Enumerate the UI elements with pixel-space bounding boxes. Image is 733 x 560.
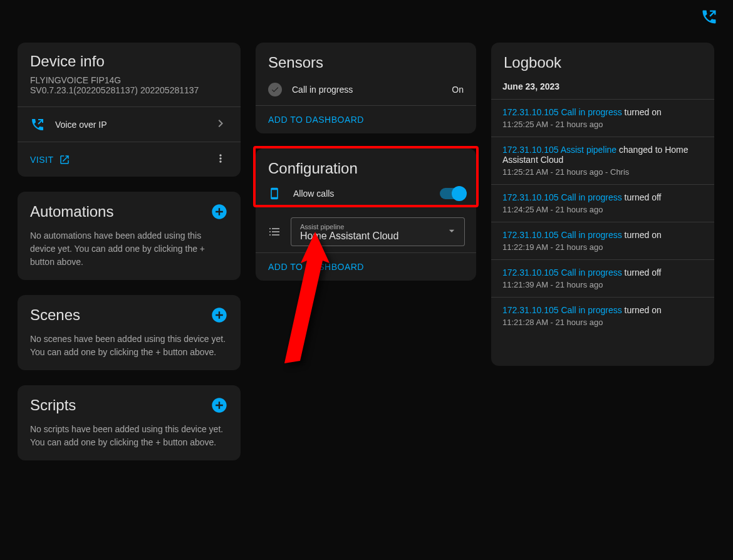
visit-button[interactable]: VISIT (30, 149, 70, 170)
plus-circle-icon (211, 306, 228, 324)
logbook-item[interactable]: 172.31.10.105 Call in progress turned on… (491, 222, 714, 259)
dots-vertical-icon (214, 152, 227, 165)
logbook-item[interactable]: 172.31.10.105 Call in progress turned of… (491, 184, 714, 222)
scripts-empty: No scripts have been added using this de… (18, 417, 241, 460)
logbook-item-sub: 11:24:25 AM - 21 hours ago (502, 205, 703, 214)
logbook-item-sub: 11:25:25 AM - 21 hours ago (502, 120, 703, 129)
select-value: Home Assistant Cloud (300, 231, 442, 242)
device-info-title: Device info (30, 53, 228, 70)
add-automation-button[interactable] (211, 203, 228, 220)
add-sensor-to-dashboard[interactable]: ADD TO DASHBOARD (256, 105, 476, 133)
more-button[interactable] (209, 147, 232, 172)
device-info-card: Device info FLYINGVOICE FIP14G SV0.7.23.… (18, 43, 241, 177)
logbook-scroll[interactable]: June 23, 2023 172.31.10.105 Call in prog… (491, 76, 714, 356)
sensors-title: Sensors (256, 43, 476, 74)
logbook-item-link[interactable]: 172.31.10.105 Call in progress (502, 107, 622, 117)
scenes-card: Scenes No scenes have been added using t… (18, 295, 241, 370)
logbook-date: June 23, 2023 (491, 76, 714, 99)
scripts-card: Scripts No scripts have been added using… (18, 385, 241, 460)
logbook-item-link[interactable]: 172.31.10.105 Call in progress (502, 267, 622, 277)
logbook-item[interactable]: 172.31.10.105 Assist pipeline changed to… (491, 137, 714, 184)
logbook-item-link[interactable]: 172.31.10.105 Call in progress (502, 230, 622, 240)
logbook-item[interactable]: 172.31.10.105 Call in progress turned on… (491, 297, 714, 334)
plus-circle-icon (211, 203, 228, 220)
logbook-item[interactable]: 172.31.10.105 Call in progress turned on… (491, 99, 714, 137)
scripts-title: Scripts (30, 397, 76, 414)
logbook-item-sub: 11:21:28 AM - 21 hours ago (502, 318, 703, 327)
logbook-item[interactable]: 172.31.10.105 Call in progress turned of… (491, 259, 714, 297)
device-firmware: SV0.7.23.1(202205281137) 202205281137 (30, 85, 228, 95)
sensor-label: Call in progress (292, 85, 353, 95)
check-circle-icon (268, 83, 282, 96)
logbook-item-sub: 11:21:39 AM - 21 hours ago (502, 280, 703, 289)
allow-calls-row[interactable]: Allow calls (256, 180, 476, 201)
add-scene-button[interactable] (211, 306, 228, 324)
device-model: FLYINGVOICE FIP14G (30, 75, 228, 85)
sensor-row[interactable]: Call in progress On (256, 74, 476, 105)
logbook-item-text: turned off (622, 267, 662, 277)
logbook-item-link[interactable]: 172.31.10.105 Assist pipeline (502, 145, 616, 155)
phone-icon (267, 186, 282, 201)
caret-down-icon (445, 225, 458, 239)
allow-calls-toggle[interactable] (440, 188, 465, 199)
allow-calls-label: Allow calls (293, 189, 334, 199)
sensors-card: Sensors Call in progress On ADD TO DASHB… (256, 43, 476, 133)
logbook-item-link[interactable]: 172.31.10.105 Call in progress (502, 192, 622, 202)
logbook-item-text: turned on (622, 305, 662, 315)
automations-title: Automations (30, 203, 113, 220)
integration-row[interactable]: Voice over IP (18, 106, 241, 142)
highlight-box: Configuration Allow calls (253, 146, 479, 207)
add-script-button[interactable] (211, 397, 228, 414)
automations-empty: No automations have been added using thi… (18, 223, 241, 280)
logbook-title: Logbook (491, 43, 714, 76)
automations-card: Automations No automations have been add… (18, 192, 241, 280)
logbook-item-text: turned on (622, 230, 662, 240)
configuration-title: Configuration (256, 148, 476, 180)
select-label: Assist pipeline (300, 223, 442, 231)
configuration-card: Configuration Allow calls Assist p (256, 148, 476, 281)
logbook-item-sub: 11:25:21 AM - 21 hours ago - Chris (502, 167, 703, 177)
logbook-card: Logbook June 23, 2023 172.31.10.105 Call… (491, 43, 714, 366)
open-in-new-icon (59, 154, 70, 165)
add-config-to-dashboard[interactable]: ADD TO DASHBOARD (256, 252, 476, 281)
voip-icon[interactable] (700, 8, 718, 28)
assist-pipeline-select[interactable]: Assist pipeline Home Assistant Cloud (291, 217, 465, 246)
scenes-empty: No scenes have been added using this dev… (18, 326, 241, 370)
list-icon (267, 224, 282, 239)
voip-small-icon (30, 117, 45, 132)
visit-label: VISIT (30, 155, 54, 165)
chevron-right-icon (213, 116, 228, 133)
scenes-title: Scenes (30, 306, 80, 324)
plus-circle-icon (211, 397, 228, 414)
logbook-item-text: turned on (622, 107, 662, 117)
integration-label: Voice over IP (55, 120, 107, 130)
sensor-value: On (452, 85, 464, 95)
logbook-item-link[interactable]: 172.31.10.105 Call in progress (502, 305, 622, 315)
logbook-item-sub: 11:22:19 AM - 21 hours ago (502, 242, 703, 252)
logbook-item-text: turned off (622, 192, 662, 202)
